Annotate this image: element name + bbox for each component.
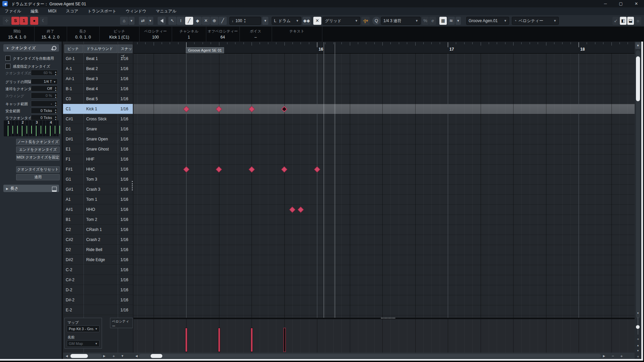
menu-item-6[interactable]: マニュアル	[151, 7, 181, 15]
lane-scroll-up-arrow[interactable]: ▲	[635, 344, 641, 347]
pin-icon[interactable]: ⊹	[3, 17, 11, 25]
drum-row-A-1[interactable]: A-1Beat 21/16	[63, 64, 133, 74]
drum-note[interactable]	[249, 166, 255, 172]
drum-note[interactable]	[216, 166, 222, 172]
lane-scroll-down-arrow[interactable]: ▼	[635, 349, 641, 352]
show-part-borders-button[interactable]: ⌂	[120, 17, 128, 25]
drum-row-F1[interactable]: F1HHF1/16	[63, 154, 133, 164]
drum-name-select[interactable]: GM Map▼	[67, 340, 100, 347]
drumstick-tool[interactable]: ╱	[185, 17, 193, 25]
main-scrollbar-thumb[interactable]	[151, 354, 162, 358]
lane-add-plus[interactable]: ＋	[635, 354, 641, 359]
main-scroll-left-arrow[interactable]: ◀	[134, 354, 139, 358]
velocity-bar[interactable]	[251, 328, 253, 352]
sensitivity-checkbox[interactable]	[5, 64, 10, 69]
add-lane-button[interactable]: ＋	[110, 353, 117, 359]
drum-row-A1[interactable]: A1Tom 11/16	[63, 194, 133, 204]
snap-toggle-button[interactable]: ✕	[313, 17, 321, 25]
note-length-box[interactable]: L ドラム ▼	[272, 17, 301, 25]
timeline-ruler[interactable]: Groove Agent SE 01 161718	[133, 42, 635, 54]
info-field-0[interactable]: 開始15. 4. 1. 0	[0, 26, 35, 42]
scroll-down-arrow[interactable]: ▼	[635, 312, 641, 315]
record-in-editor-button[interactable]: ●	[30, 17, 38, 25]
velocity-spinner[interactable]: ▴▾	[244, 18, 246, 23]
lane-divider-handle[interactable]	[381, 318, 395, 318]
drum-note[interactable]	[281, 166, 287, 172]
open-in-window-icon[interactable]: ↙	[612, 17, 619, 25]
drum-row-D1[interactable]: D1Snare1/16	[63, 124, 133, 134]
drum-row-G#1[interactable]: G#1Crash 31/16	[63, 184, 133, 194]
insert-velocity-box[interactable]: ↓ 100 ▴▾	[229, 17, 261, 25]
controller-lane-tab[interactable]: ベロシティー	[110, 318, 133, 328]
info-field-8[interactable]: テキスト	[272, 26, 322, 42]
info-field-5[interactable]: チャンネル1	[172, 26, 206, 42]
drum-row-B1[interactable]: B1Tom 21/16	[63, 215, 133, 225]
tuplet-field[interactable]: Off▴▾	[31, 85, 58, 92]
insert-velocity-dropdown[interactable]: ▼	[262, 17, 268, 25]
info-field-6[interactable]: オフベロシティー64	[206, 26, 240, 42]
setup-gear-icon[interactable]: ☼	[635, 17, 641, 25]
catch-range-field[interactable]: -▴▾	[31, 101, 58, 107]
drum-row-E1[interactable]: E1Snare Ghost1/16	[63, 144, 133, 154]
controller-lane-box[interactable]: ◔ ベロシティー ▼	[512, 17, 559, 25]
drum-row-D#1[interactable]: D#1Snare Open1/16	[63, 134, 133, 144]
length-section-header[interactable]: ▶長さ	[3, 185, 59, 192]
safe-range-field[interactable]: 0 Ticks▴▾	[31, 108, 58, 114]
drum-row-C#1[interactable]: C#1Cross Stick1/16	[63, 114, 133, 124]
menu-item-3[interactable]: スコア	[61, 7, 83, 15]
quantize-button-4[interactable]: 適用	[16, 174, 60, 180]
drum-map-select[interactable]: Pop Kit 3 - Gro.▼	[67, 325, 100, 332]
drum-row-D#2[interactable]: D#2Ride Edge1/16	[63, 255, 133, 265]
velocity-bar[interactable]	[218, 328, 220, 352]
drum-row-C2[interactable]: C2CRash 11/16	[63, 225, 133, 235]
lane-preset-dropdown[interactable]: ▼	[119, 353, 126, 359]
drum-row-A#1[interactable]: A#1HHO1/16	[63, 204, 133, 215]
iterative-quantize-icon[interactable]: %	[422, 17, 429, 25]
grid-spacing-select[interactable]: 1/4 T▼	[31, 78, 58, 84]
layout-left-zone-icon[interactable]: ◧	[620, 17, 627, 25]
main-scrollbar[interactable]	[139, 354, 601, 358]
vertical-scrollbar-thumb[interactable]	[636, 56, 640, 101]
drum-row-B-1[interactable]: B-1Beat 41/16	[63, 84, 133, 94]
velocity-lane[interactable]	[133, 319, 635, 353]
drum-note[interactable]	[314, 166, 320, 172]
quantize-icon[interactable]: Q	[372, 17, 380, 25]
quantize-button-3[interactable]: クオンタイズをリセット	[16, 166, 60, 173]
info-field-3[interactable]: ピッチKick 1 (C1)	[99, 26, 140, 42]
list-scroll-left-arrow[interactable]: ◀	[64, 354, 69, 358]
auto-apply-checkbox[interactable]	[5, 56, 10, 61]
range-selection-tool[interactable]: I	[177, 17, 185, 25]
list-scroll-right-arrow[interactable]: ▶	[102, 354, 107, 358]
paired-diamonds-icon[interactable]: ◆◆	[303, 17, 311, 25]
locator-line[interactable]	[324, 42, 324, 353]
drum-row-D2[interactable]: D2Ride Bell1/16	[63, 245, 133, 255]
minimize-button[interactable]: ─	[598, 0, 613, 7]
drum-row-C#-2[interactable]: C#-21/16	[63, 275, 133, 285]
list-header-2[interactable]: スナップ	[118, 45, 132, 53]
autoscroll-dropdown[interactable]: ▼	[147, 17, 153, 25]
list-scrollbar-thumb[interactable]	[70, 354, 88, 358]
list-resize-handle[interactable]	[132, 181, 133, 190]
info-field-4[interactable]: ベロシティー100	[139, 26, 172, 42]
object-selection-tool[interactable]: ↖	[168, 17, 176, 25]
list-header-1[interactable]: ドラムサウンド	[84, 45, 117, 53]
zoom-tool[interactable]: ⊕	[210, 17, 218, 25]
piano-view-icon[interactable]: ▦	[439, 17, 447, 25]
list-header-0[interactable]: ピッチ	[64, 45, 83, 53]
drum-row-G#-1[interactable]: G#-1Beat 11/16	[63, 54, 133, 64]
quantize-button-2[interactable]: MIDI クオンタイズを固定	[16, 154, 60, 161]
drum-row-F#1[interactable]: F#1HHC1/16	[63, 164, 133, 174]
layers-icon[interactable]: ≋	[447, 17, 455, 25]
drum-row-G1[interactable]: G1Tom 31/16	[63, 174, 133, 184]
velocity-bar-selected[interactable]	[283, 328, 286, 352]
grid-mode-select[interactable]: グリッド ▼	[323, 17, 360, 25]
menu-item-1[interactable]: 編集	[26, 7, 43, 15]
vertical-zoom-plus[interactable]: ＋	[635, 337, 641, 342]
info-field-2[interactable]: 長さ0. 0. 1. 0	[67, 26, 100, 42]
drum-row-C#2[interactable]: C#2Crash 21/16	[63, 235, 133, 245]
view-dropdown[interactable]: ▼	[455, 17, 461, 25]
snap-type-icon[interactable]: -|+	[362, 17, 370, 25]
part-borders-dropdown[interactable]: ▼	[128, 17, 135, 25]
zoom-out-button[interactable]: −	[609, 353, 616, 359]
menu-item-5[interactable]: ウィンドウ	[121, 7, 151, 15]
